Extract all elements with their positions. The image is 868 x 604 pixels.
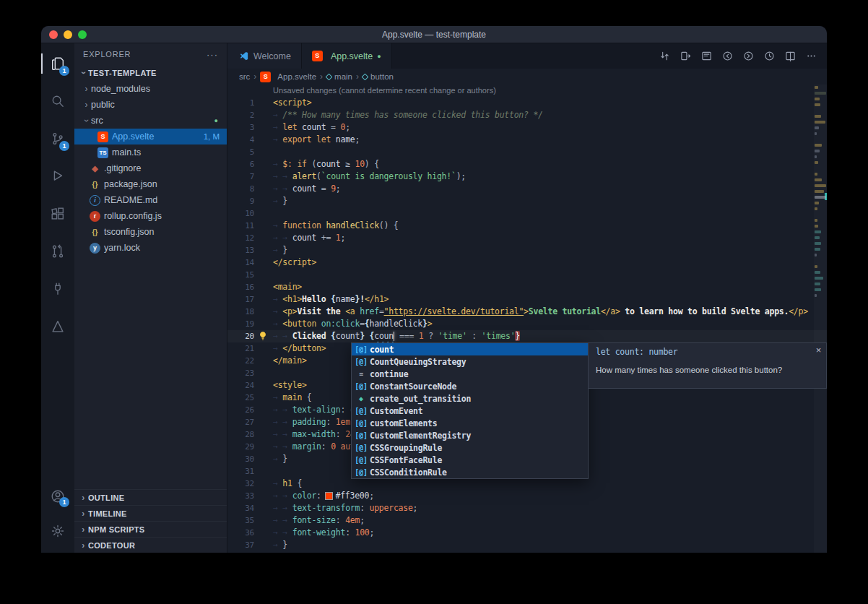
next-change-icon[interactable] bbox=[739, 48, 757, 65]
line-number[interactable]: 14 bbox=[227, 256, 254, 269]
tree-item-node-modules[interactable]: ›node_modules bbox=[74, 81, 227, 97]
code-line[interactable]: 36→ → font-weight: 100; bbox=[227, 527, 827, 539]
project-root[interactable]: ›TEST-TEMPLATE bbox=[74, 65, 227, 81]
tree-item-src[interactable]: ›src● bbox=[74, 113, 227, 129]
github-pullrequests-icon[interactable] bbox=[41, 233, 74, 270]
breadcrumb-button[interactable]: button bbox=[363, 72, 394, 81]
line-number[interactable]: 23 bbox=[227, 367, 254, 379]
previous-change-icon[interactable] bbox=[719, 48, 736, 65]
explorer-actions-icon[interactable]: ··· bbox=[207, 49, 218, 60]
line-number[interactable]: 2 bbox=[227, 109, 254, 121]
line-number[interactable]: 12 bbox=[227, 232, 254, 244]
code-line[interactable]: 33→ → color: #ff3e00; bbox=[227, 490, 827, 502]
line-number[interactable]: 33 bbox=[227, 490, 254, 502]
blame-annotations-icon[interactable] bbox=[698, 48, 715, 65]
section-npm-scripts[interactable]: ›NPM SCRIPTS bbox=[74, 521, 227, 537]
line-number[interactable]: 19 bbox=[227, 318, 254, 330]
code-line[interactable]: 18→ <p>Visit the <a href="https://svelte… bbox=[227, 306, 827, 318]
code-line[interactable]: 35→ → font-size: 4em; bbox=[227, 514, 827, 527]
code-line[interactable]: 4→ export let name; bbox=[227, 134, 827, 146]
minimap[interactable] bbox=[814, 85, 827, 553]
line-number[interactable]: 11 bbox=[227, 220, 254, 232]
line-number[interactable]: 30 bbox=[227, 453, 254, 465]
line-number[interactable]: 13 bbox=[227, 244, 254, 256]
code-line[interactable]: 6→ $: if (count ≥ 10) { bbox=[227, 158, 827, 171]
code-line[interactable]: 16<main> bbox=[227, 281, 827, 293]
line-number[interactable]: 15 bbox=[227, 269, 254, 281]
code-line[interactable]: 10 bbox=[227, 207, 827, 220]
line-number[interactable]: 9 bbox=[227, 195, 254, 207]
minimize-button[interactable] bbox=[64, 30, 72, 39]
line-number[interactable]: 34 bbox=[227, 502, 254, 514]
line-number[interactable]: 7 bbox=[227, 171, 254, 183]
tab-app-svelte[interactable]: SApp.svelte● bbox=[302, 43, 392, 69]
code-line[interactable]: 15 bbox=[227, 269, 827, 281]
line-number[interactable]: 3 bbox=[227, 121, 254, 134]
azure-icon[interactable] bbox=[41, 308, 74, 345]
open-changes-icon[interactable] bbox=[677, 48, 694, 65]
section-outline[interactable]: ›OUTLINE bbox=[74, 489, 227, 505]
line-number[interactable]: 35 bbox=[227, 514, 254, 527]
tab-welcome[interactable]: Welcome bbox=[227, 43, 302, 69]
suggest-item-cssconditionrule[interactable]: [@]CSSConditionRule bbox=[352, 466, 588, 478]
tree-item-yarn-lock[interactable]: yyarn.lock bbox=[74, 240, 227, 256]
line-number[interactable]: 28 bbox=[227, 428, 254, 441]
lightbulb-icon[interactable] bbox=[258, 331, 268, 341]
suggest-item-continue[interactable]: ≡continue bbox=[352, 368, 588, 380]
line-number[interactable]: 10 bbox=[227, 207, 254, 220]
code-editor[interactable]: Unsaved changes (cannot determine recent… bbox=[227, 85, 827, 553]
breadcrumb-src[interactable]: src bbox=[239, 72, 250, 81]
line-number[interactable]: 17 bbox=[227, 293, 254, 306]
tree-item-rollup-config-js[interactable]: rrollup.config.js bbox=[74, 208, 227, 224]
line-number[interactable]: 16 bbox=[227, 281, 254, 293]
section-codetour[interactable]: ›CODETOUR bbox=[74, 537, 227, 553]
accounts-icon[interactable]: 1 bbox=[41, 479, 74, 514]
line-number[interactable]: 1 bbox=[227, 97, 254, 109]
code-line[interactable]: 5 bbox=[227, 146, 827, 158]
code-line[interactable]: 1<script> bbox=[227, 97, 827, 109]
tree-item-readme-md[interactable]: iREADME.md bbox=[74, 192, 227, 208]
tree-item--gitignore[interactable]: ◆.gitignore bbox=[74, 160, 227, 176]
line-number[interactable]: 25 bbox=[227, 392, 254, 404]
code-line[interactable]: 20→ → Clicked {count} {coun === 1 ? 'tim… bbox=[227, 330, 827, 342]
tree-item-app-svelte[interactable]: SApp.svelte1, M bbox=[74, 129, 227, 144]
line-number[interactable]: 36 bbox=[227, 527, 254, 539]
line-number[interactable]: 29 bbox=[227, 441, 254, 453]
more-actions-icon[interactable] bbox=[802, 48, 820, 65]
tree-item-public[interactable]: ›public bbox=[74, 97, 227, 113]
code-line[interactable]: 13→ } bbox=[227, 244, 827, 256]
explorer-icon[interactable]: 1 bbox=[41, 45, 74, 82]
tree-item-package-json[interactable]: {}package.json bbox=[74, 176, 227, 192]
line-number[interactable]: 8 bbox=[227, 183, 254, 195]
suggest-item-customevent[interactable]: [@]CustomEvent bbox=[352, 405, 588, 417]
suggest-item-count[interactable]: [@]count bbox=[352, 343, 588, 355]
source-control-icon[interactable]: 1 bbox=[41, 120, 74, 158]
close-button[interactable] bbox=[49, 30, 58, 39]
suggest-item-customelementregistry[interactable]: [@]CustomElementRegistry bbox=[352, 429, 588, 441]
file-history-icon[interactable] bbox=[760, 48, 778, 65]
code-line[interactable]: 12→ → count += 1; bbox=[227, 232, 827, 244]
line-number[interactable]: 31 bbox=[227, 465, 254, 478]
breadcrumb-main[interactable]: main bbox=[326, 72, 352, 81]
tree-item-tsconfig-json[interactable]: {}tsconfig.json bbox=[74, 224, 227, 240]
settings-gear-icon[interactable] bbox=[41, 514, 74, 548]
suggest-item-cssfontfacerule[interactable]: [@]CSSFontFaceRule bbox=[352, 454, 588, 466]
line-number[interactable]: 18 bbox=[227, 306, 254, 318]
zoom-button[interactable] bbox=[78, 30, 87, 39]
code-line[interactable]: 19→ <button on:click={handleClick}> bbox=[227, 318, 827, 330]
line-number[interactable]: 32 bbox=[227, 478, 254, 490]
compare-changes-icon[interactable] bbox=[656, 48, 673, 65]
code-line[interactable]: 34→ → text-transform: uppercase; bbox=[227, 502, 827, 514]
line-number[interactable]: 5 bbox=[227, 146, 254, 158]
breadcrumb-app-svelte[interactable]: SApp.svelte bbox=[260, 72, 316, 82]
line-number[interactable]: 21 bbox=[227, 342, 254, 355]
section-timeline[interactable]: ›TIMELINE bbox=[74, 505, 227, 521]
line-number[interactable]: 20 bbox=[227, 330, 254, 342]
code-line[interactable]: 7→ → alert(`count is dangerously high!`)… bbox=[227, 171, 827, 183]
code-line[interactable]: 3→ let count = 0; bbox=[227, 121, 827, 134]
line-number[interactable]: 27 bbox=[227, 416, 254, 428]
code-line[interactable]: 11→ function handleClick() { bbox=[227, 220, 827, 232]
tree-item-main-ts[interactable]: TSmain.ts bbox=[74, 144, 227, 160]
line-number[interactable]: 37 bbox=[227, 539, 254, 551]
suggest-item-cssgroupingrule[interactable]: [@]CSSGroupingRule bbox=[352, 441, 588, 454]
